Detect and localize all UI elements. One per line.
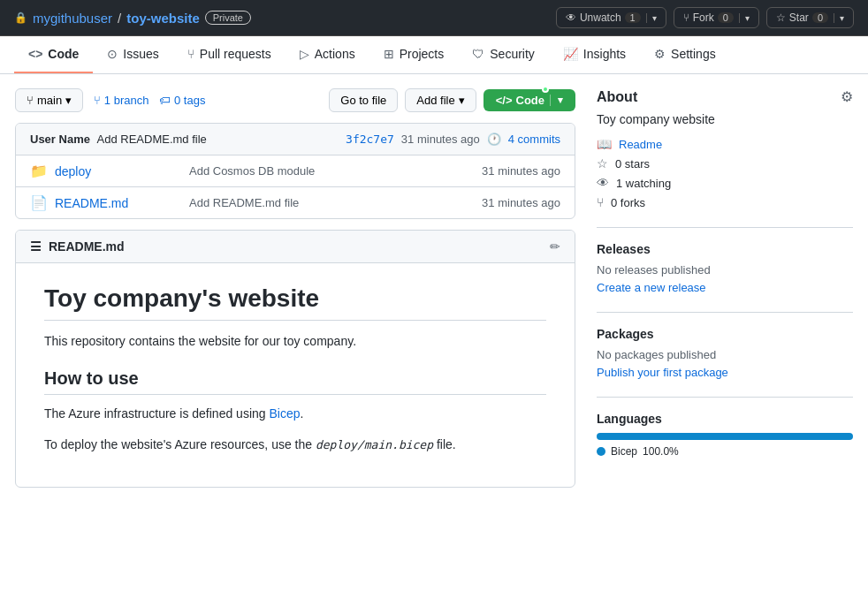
- packages-section: Packages No packages published Publish y…: [597, 312, 853, 379]
- stars-link-item: ☆ 0 stars: [597, 156, 853, 171]
- watching-count: 1 watching: [616, 177, 671, 190]
- fork-icon: ⑂: [683, 11, 689, 24]
- about-section: About ⚙ Toy company website 📖 Readme ☆ 0…: [597, 88, 853, 209]
- body1-suffix: .: [301, 406, 304, 421]
- fork-count: 0: [718, 12, 734, 23]
- tag-count-link[interactable]: 🏷 0 tags: [159, 94, 205, 107]
- languages-title: Languages: [597, 412, 853, 426]
- readme-intro: This repository contains the website for…: [44, 331, 546, 351]
- tab-pull-requests[interactable]: ⑂ Pull requests: [173, 36, 286, 73]
- goto-file-button[interactable]: Go to file: [329, 88, 398, 112]
- readme-filename: README.md: [49, 239, 125, 254]
- commit-hash[interactable]: 3f2c7e7: [346, 133, 394, 146]
- commits-count: 4 commits: [508, 133, 560, 146]
- tab-insights-label: Insights: [583, 47, 626, 61]
- file-table: User Name Add README.md file 3f2c7e7 31 …: [15, 123, 575, 219]
- star-label: Star: [789, 11, 809, 24]
- code-button-wrapper: </> Code ▾: [483, 89, 575, 111]
- packages-title: Packages: [597, 327, 853, 341]
- repo-name-link[interactable]: toy-website: [126, 11, 200, 26]
- settings-tab-icon: ⚙: [654, 47, 666, 61]
- tab-actions[interactable]: ▷ Actions: [286, 36, 369, 73]
- eye-icon: 👁: [566, 11, 576, 24]
- bicep-lang-dot: [597, 447, 605, 456]
- tab-security-label: Security: [490, 47, 535, 61]
- edit-icon[interactable]: ✏: [550, 239, 560, 254]
- insights-tab-icon: 📈: [563, 47, 578, 61]
- code-dropdown-icon[interactable]: ▾: [550, 95, 563, 106]
- separator: /: [118, 11, 121, 26]
- about-gear-icon[interactable]: ⚙: [841, 88, 853, 105]
- fork-label: Fork: [693, 11, 714, 24]
- star-count: 0: [812, 12, 828, 23]
- forks-link-item: ⑂ 0 forks: [597, 195, 853, 209]
- body2-suffix: file.: [433, 437, 456, 451]
- deploy-link[interactable]: deploy: [55, 164, 91, 178]
- add-file-button[interactable]: Add file ▾: [405, 88, 476, 112]
- commits-count-link[interactable]: 4 commits: [508, 133, 560, 146]
- tab-security[interactable]: 🛡 Security: [458, 36, 549, 73]
- readme-time: 31 minutes ago: [482, 196, 560, 209]
- unwatch-dropdown-icon[interactable]: ▾: [646, 13, 657, 23]
- releases-section: Releases No releases published Create a …: [597, 227, 853, 294]
- code-tab-icon: <>: [28, 47, 42, 61]
- tab-insights[interactable]: 📈 Insights: [549, 36, 640, 73]
- tab-issues[interactable]: ⊙ Issues: [93, 36, 172, 73]
- commit-author: User Name: [30, 133, 90, 146]
- stars-count: 0 stars: [615, 157, 650, 171]
- tab-settings[interactable]: ⚙ Settings: [640, 36, 730, 73]
- body2-prefix: To deploy the website's Azure resources,…: [44, 437, 316, 451]
- tab-issues-label: Issues: [123, 47, 158, 61]
- commit-info: User Name Add README.md file: [30, 133, 207, 146]
- toolbar: ⑂ main ▾ ⑂ 1 branch 🏷 0 tags Go to file …: [15, 88, 575, 112]
- branch-count: 1 branch: [104, 94, 149, 107]
- owner-link[interactable]: mygithubuser: [33, 11, 112, 26]
- bicep-link[interactable]: Bicep: [269, 406, 300, 421]
- star-button[interactable]: ☆ Star 0 ▾: [766, 7, 854, 28]
- unwatch-button[interactable]: 👁 Unwatch 1 ▾: [556, 7, 666, 28]
- code-button[interactable]: </> Code ▾: [483, 89, 575, 111]
- bicep-lang-name: Bicep: [611, 445, 637, 458]
- clock-icon: 🕐: [487, 133, 501, 146]
- main-content: ⑂ main ▾ ⑂ 1 branch 🏷 0 tags Go to file …: [15, 88, 575, 488]
- tab-projects[interactable]: ⊞ Projects: [369, 36, 459, 73]
- star-icon: ☆: [776, 11, 786, 24]
- about-title: About: [597, 89, 637, 105]
- add-file-dropdown-icon: ▾: [459, 94, 465, 107]
- table-row: 📄 README.md Add README.md file 31 minute…: [16, 187, 575, 218]
- language-item: Bicep 100.0%: [597, 445, 853, 458]
- file-icon: 📄: [30, 194, 44, 211]
- code-btn-label: Code: [516, 94, 545, 107]
- branch-icon-small: ⑂: [94, 94, 101, 107]
- code-brackets-icon: </>: [496, 94, 513, 107]
- security-tab-icon: 🛡: [472, 47, 484, 61]
- branch-count-link[interactable]: ⑂ 1 branch: [94, 94, 148, 107]
- fork-count-icon: ⑂: [597, 195, 604, 209]
- tab-pr-label: Pull requests: [200, 47, 271, 61]
- create-release-link[interactable]: Create a new release: [597, 281, 706, 294]
- watching-link-item: 👁 1 watching: [597, 176, 853, 190]
- sidebar: About ⚙ Toy company website 📖 Readme ☆ 0…: [597, 88, 853, 488]
- commit-meta: 3f2c7e7 31 minutes ago 🕐 4 commits: [346, 133, 560, 146]
- tab-code[interactable]: <> Code: [14, 36, 93, 73]
- readme-h1: Toy company's website: [44, 284, 546, 321]
- fork-dropdown-icon[interactable]: ▾: [739, 13, 750, 23]
- branch-info: ⑂ 1 branch 🏷 0 tags: [94, 94, 205, 107]
- readme-link[interactable]: README.md: [55, 196, 128, 210]
- pr-tab-icon: ⑂: [187, 47, 194, 61]
- about-header: About ⚙: [597, 88, 853, 105]
- latest-commit-row: User Name Add README.md file 3f2c7e7 31 …: [16, 124, 575, 155]
- branch-name: main: [37, 94, 62, 107]
- publish-package-link[interactable]: Publish your first package: [597, 366, 728, 379]
- branch-selector[interactable]: ⑂ main ▾: [15, 88, 83, 112]
- deploy-path: deploy/main.bicep: [316, 438, 433, 451]
- readme-about-link[interactable]: Readme: [619, 138, 662, 151]
- releases-title: Releases: [597, 242, 853, 256]
- languages-section: Languages Bicep 100.0%: [597, 397, 853, 458]
- tag-count: 0 tags: [174, 94, 205, 107]
- main-layout: ⑂ main ▾ ⑂ 1 branch 🏷 0 tags Go to file …: [1, 74, 867, 502]
- add-file-label: Add file: [416, 94, 454, 107]
- lock-icon: 🔒: [14, 11, 27, 24]
- star-dropdown-icon[interactable]: ▾: [834, 13, 844, 23]
- fork-button[interactable]: ⑂ Fork 0 ▾: [674, 7, 759, 28]
